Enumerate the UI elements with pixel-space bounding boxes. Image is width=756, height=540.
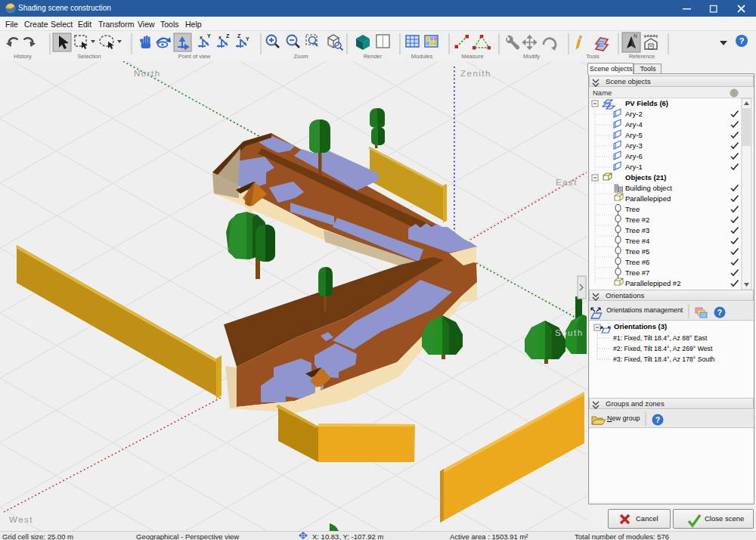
svg-text:Measure: Measure (461, 53, 483, 60)
svg-text:West: West (9, 515, 33, 524)
svg-text:?: ? (739, 36, 745, 45)
svg-text:North: North (134, 69, 161, 78)
svg-text:Y: Y (246, 36, 249, 42)
svg-text:?: ? (717, 308, 722, 317)
svg-text:x: x (218, 35, 222, 40)
svg-text:Render: Render (364, 53, 383, 60)
svg-text:Point of view: Point of view (178, 53, 211, 60)
svg-text:Modules: Modules (411, 53, 433, 60)
svg-text:Reference: Reference (629, 53, 655, 60)
svg-text:History: History (14, 53, 32, 60)
svg-text:Y: Y (207, 33, 211, 39)
svg-text:?: ? (655, 415, 660, 424)
svg-text:Zenith: Zenith (460, 69, 491, 78)
svg-text:East: East (556, 178, 578, 187)
svg-text:Modify: Modify (523, 53, 540, 60)
svg-text:Selection: Selection (78, 53, 101, 60)
svg-text:x: x (200, 35, 203, 40)
svg-text:Zoom: Zoom (293, 53, 308, 60)
svg-text:N: N (634, 33, 637, 39)
svg-text:Z: Z (237, 33, 241, 39)
svg-text:South: South (555, 328, 584, 337)
svg-text:Z: Z (226, 33, 230, 39)
svg-text:Tools: Tools (586, 53, 600, 60)
